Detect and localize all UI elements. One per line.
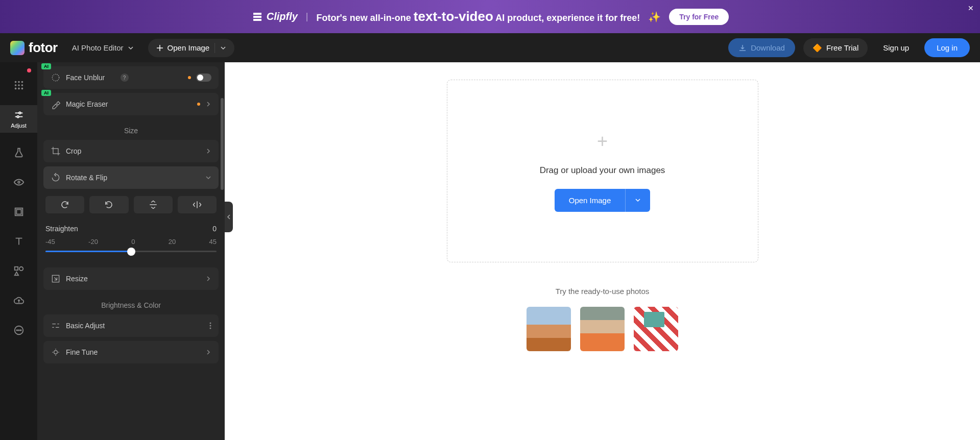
- rotate-cw-icon: [60, 200, 69, 209]
- rail-item-text[interactable]: [0, 232, 37, 251]
- face-unblur-label: Face Unblur: [66, 74, 115, 82]
- more-icon: [13, 325, 25, 336]
- elements-icon: [13, 265, 25, 277]
- rotate-ccw-button[interactable]: [89, 196, 128, 213]
- open-image-cta: Open Image: [555, 189, 651, 212]
- open-image-main[interactable]: Open Image: [156, 43, 210, 52]
- diamond-icon: 🔶: [812, 43, 822, 53]
- notification-dot: [27, 68, 31, 72]
- rail-item-effects[interactable]: [0, 143, 37, 162]
- rail-item-elements[interactable]: [0, 261, 37, 281]
- rotate-flip-label: Rotate & Flip: [66, 174, 200, 182]
- open-image-button[interactable]: Open Image: [148, 39, 235, 57]
- ai-badge: AI: [41, 63, 51, 69]
- logo-text: fotor: [29, 40, 58, 56]
- straighten-row: Straighten 0: [45, 225, 217, 233]
- banner-text-after: AI product, experience it for free!: [493, 13, 640, 23]
- slider-thumb[interactable]: [127, 248, 135, 256]
- chevron-down-icon: [205, 175, 211, 181]
- rotate-icon: [51, 173, 61, 183]
- flip-horizontal-icon: [193, 200, 202, 209]
- rotate-cw-button[interactable]: [45, 196, 84, 213]
- tool-fine-tune[interactable]: Fine Tune: [43, 341, 219, 363]
- chevron-left-icon: [227, 214, 231, 220]
- tool-basic-adjust[interactable]: Basic Adjust: [43, 314, 219, 337]
- crop-label: Crop: [66, 147, 200, 155]
- close-icon[interactable]: ✕: [968, 4, 974, 12]
- rail-item-more[interactable]: [0, 321, 37, 340]
- tool-face-unblur[interactable]: AI Face Unblur ?: [43, 66, 219, 89]
- basic-adjust-label: Basic Adjust: [66, 322, 204, 330]
- scrollbar[interactable]: [221, 98, 224, 190]
- clipfly-brand-text: Clipfly: [267, 11, 298, 22]
- svg-point-18: [18, 330, 19, 331]
- svg-point-1: [18, 81, 20, 83]
- flip-vertical-button[interactable]: [134, 196, 173, 213]
- face-unblur-icon: [51, 72, 61, 83]
- brightness-color-header: Brightness & Color: [43, 301, 219, 309]
- rotate-ccw-icon: [104, 200, 113, 209]
- straighten-slider[interactable]: [45, 251, 217, 252]
- sample-thumb-1[interactable]: [527, 307, 571, 351]
- adjust-panel: AI Face Unblur ? AI Magic Eraser ? Size …: [37, 62, 225, 440]
- tool-magic-eraser[interactable]: AI Magic Eraser ?: [43, 93, 219, 115]
- chevron-down-icon: [635, 197, 641, 203]
- svg-point-11: [18, 181, 20, 183]
- sample-thumb-2[interactable]: [580, 307, 625, 351]
- svg-point-25: [54, 351, 58, 354]
- tool-crop[interactable]: Crop: [43, 140, 219, 162]
- rail-item-beauty[interactable]: [0, 173, 37, 192]
- tick-zero: 0: [131, 238, 135, 246]
- crop-icon: [51, 146, 61, 156]
- frame-icon: [13, 206, 25, 217]
- fine-tune-label: Fine Tune: [66, 348, 200, 356]
- plus-icon: +: [597, 131, 608, 152]
- editor-mode-dropdown[interactable]: AI Photo Editor: [66, 43, 140, 52]
- try-for-free-button[interactable]: Try for Free: [669, 9, 729, 25]
- open-image-cta-button[interactable]: Open Image: [555, 189, 626, 212]
- login-button[interactable]: Log in: [924, 38, 970, 57]
- sparkle-icon: ✨: [648, 11, 661, 23]
- size-section-header: Size: [43, 127, 219, 135]
- flip-horizontal-button[interactable]: [178, 196, 217, 213]
- chevron-down-icon: [128, 45, 134, 51]
- open-image-cta-dropdown[interactable]: [625, 189, 650, 212]
- free-trial-label: Free Trial: [826, 43, 858, 52]
- image-dropzone[interactable]: + Drag or upload your own images Open Im…: [447, 80, 758, 262]
- chevron-down-icon[interactable]: [220, 45, 226, 51]
- signup-button[interactable]: Sign up: [876, 38, 916, 57]
- banner-divider: |: [306, 11, 308, 22]
- chevron-right-icon: [205, 349, 211, 355]
- ai-badge: AI: [41, 90, 51, 96]
- chevron-right-icon: [205, 101, 211, 107]
- try-photos-label: Try the ready-to-use photos: [556, 287, 650, 296]
- svg-point-23: [210, 325, 211, 327]
- flask-icon: [13, 147, 25, 158]
- help-icon[interactable]: ?: [121, 74, 129, 82]
- face-unblur-toggle[interactable]: [196, 74, 211, 82]
- svg-point-17: [16, 330, 17, 331]
- magic-eraser-label: Magic Eraser: [66, 100, 120, 108]
- rail-item-apps[interactable]: [0, 76, 37, 95]
- rail-item-frames[interactable]: [0, 202, 37, 222]
- fotor-logo[interactable]: fotor: [10, 40, 58, 56]
- download-button[interactable]: Download: [728, 38, 795, 57]
- svg-point-19: [20, 330, 21, 331]
- banner-content: Clipfly | Fotor's new all-in-one text-to…: [251, 9, 729, 25]
- rail-item-adjust[interactable]: Adjust: [0, 105, 37, 133]
- slider-fill: [45, 251, 131, 252]
- tool-rotate-flip[interactable]: Rotate & Flip: [43, 166, 219, 189]
- sample-thumb-3[interactable]: [634, 307, 678, 351]
- rail-item-cloud[interactable]: [0, 291, 37, 310]
- tool-resize[interactable]: Resize: [43, 267, 219, 290]
- logo-icon: [10, 41, 25, 55]
- free-trial-button[interactable]: 🔶 Free Trial: [803, 38, 868, 58]
- chevron-right-icon: [205, 276, 211, 282]
- svg-point-4: [18, 84, 20, 86]
- svg-point-15: [19, 267, 22, 271]
- svg-point-6: [14, 88, 16, 90]
- svg-point-5: [21, 84, 23, 86]
- banner-highlight: text-to-video: [414, 9, 493, 24]
- panel-collapse-handle[interactable]: [225, 202, 233, 232]
- rotate-actions: [43, 196, 219, 213]
